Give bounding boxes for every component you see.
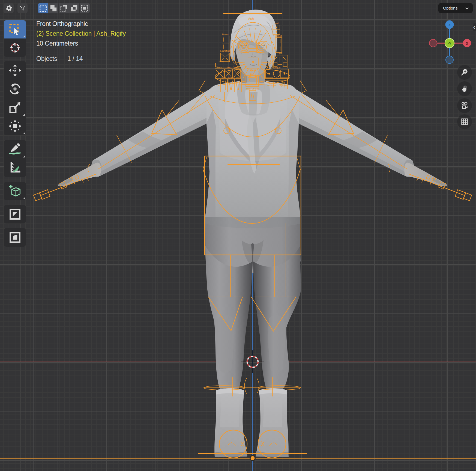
svg-text:Teeth: Teeth: [216, 66, 222, 69]
svg-text:Chin: Chin: [221, 77, 226, 79]
svg-text:-Y: -Y: [448, 41, 451, 46]
svg-text:X: X: [466, 41, 468, 46]
svg-text:Z: Z: [448, 23, 451, 27]
svg-text:Teeth: Teeth: [274, 22, 279, 25]
svg-text:Up/Lid: Up/Lid: [275, 35, 282, 37]
svg-text:Thickness: Thickness: [267, 84, 276, 87]
svg-text:Wing: Wing: [236, 77, 241, 79]
svg-text:Jaw: Jaw: [226, 66, 230, 69]
svg-text:Brows: Brows: [222, 33, 229, 36]
svg-text:Together: Together: [279, 84, 287, 87]
svg-text:Push/Pull: Push/Pull: [220, 50, 230, 53]
svg-text:Jaw: Jaw: [250, 73, 255, 75]
svg-text:Nose: Nose: [219, 60, 224, 63]
svg-text:Lips: Lips: [281, 82, 285, 84]
svg-text:Neck Stretch: Neck Stretch: [246, 88, 259, 90]
svg-text:Tongue: Tongue: [273, 66, 280, 69]
svg-text:Lips: Lips: [278, 52, 282, 55]
svg-text:Tongue: Tongue: [227, 77, 235, 79]
svg-text:Ash: Ash: [248, 17, 254, 21]
svg-text:OuterBT: OuterBT: [233, 66, 241, 69]
svg-text:Mouth: Mouth: [269, 82, 275, 84]
